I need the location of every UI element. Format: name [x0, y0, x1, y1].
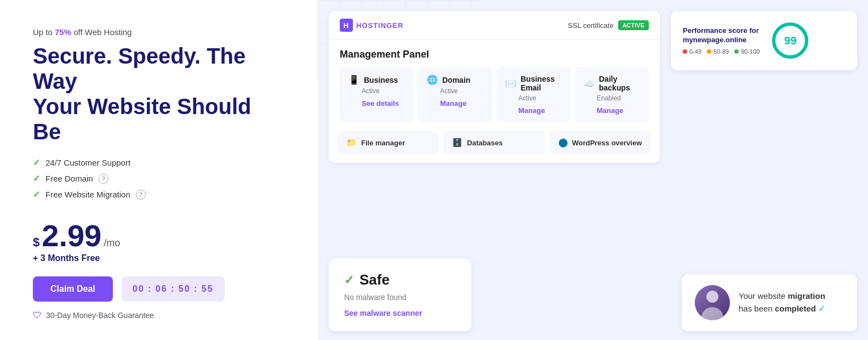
mgmt-services-row: 📱 Business Active See details 🌐 Domain A… [329, 67, 660, 131]
avatar-image [695, 285, 730, 320]
service-header: ☁️ Daily backups [584, 75, 640, 92]
legend-label: 50-89 [713, 48, 729, 55]
safe-card: ✓ Safe No malware found See malware scan… [329, 258, 471, 331]
service-header: 📱 Business [349, 75, 405, 85]
main-headline: Secure. Speedy. The Way Your Website Sho… [33, 43, 285, 144]
safe-subtitle: No malware found [344, 293, 456, 302]
migration-completed-bold: completed [775, 304, 816, 313]
migration-card: Your website migration has been complete… [682, 274, 857, 331]
performance-card: Performance score for mynewpage.online 0… [671, 11, 857, 70]
price-per-month: /mo [104, 237, 120, 249]
migration-text: Your website migration has been complete… [739, 290, 825, 316]
features-list: ✓ 24/7 Customer Support ✓ Free Domain ? … [33, 157, 285, 205]
guarantee-row: 🛡 30-Day Money-Back Guarantee [33, 310, 285, 320]
file-manager-button[interactable]: 📁 File manager [338, 131, 439, 154]
feature-label: Free Domain [45, 174, 93, 183]
perf-title: Performance score for mynewpage.online [683, 26, 760, 45]
promo-highlight: 75% [55, 27, 71, 37]
tool-label: File manager [361, 139, 405, 147]
safe-header: ✓ Safe [344, 271, 456, 288]
legend-item-mid: 50-89 [707, 48, 729, 55]
perf-title-line1: Performance score for [683, 26, 759, 35]
management-card: H HOSTINGER SSL certificate ACTIVE Manag… [329, 11, 660, 163]
domain-icon: 🌐 [427, 75, 438, 85]
service-header: 🌐 Domain [427, 75, 483, 85]
ssl-active-badge: ACTIVE [618, 20, 649, 30]
hostinger-logo: H HOSTINGER [340, 19, 403, 32]
left-panel: Up to 75% off Web Hosting Secure. Speedy… [0, 0, 318, 340]
ssl-badge: SSL certificate ACTIVE [568, 20, 649, 30]
file-manager-icon: 📁 [346, 138, 357, 148]
promo-text: Up to 75% off Web Hosting [33, 27, 285, 37]
wordpress-overview-button[interactable]: ⬤ WordPress overview [550, 131, 651, 154]
dot-yellow [707, 49, 711, 54]
info-icon[interactable]: ? [136, 190, 146, 200]
service-backups: ☁️ Daily backups Enabled Manage [575, 67, 649, 122]
safe-title: Safe [359, 271, 390, 288]
check-icon: ✓ [33, 157, 40, 168]
service-name: Daily backups [599, 75, 640, 92]
mgmt-tools-row: 📁 File manager 🗄️ Databases ⬤ WordPress … [329, 131, 660, 163]
headline-line1: Secure. Speedy. The Way [33, 44, 245, 93]
databases-icon: 🗄️ [452, 138, 462, 148]
malware-scanner-link[interactable]: See malware scanner [344, 309, 422, 318]
service-name: Domain [442, 76, 470, 84]
legend-item-low: 0-49 [683, 48, 701, 55]
migration-text-prefix: Your website [739, 291, 788, 301]
service-link[interactable]: See details [362, 99, 405, 107]
avatar [695, 285, 730, 320]
migration-text-bold: migration [788, 291, 825, 301]
legend-label: 0-49 [689, 48, 701, 55]
mgmt-header: H HOSTINGER SSL certificate ACTIVE [329, 11, 660, 40]
databases-button[interactable]: 🗄️ Databases [443, 131, 545, 154]
legend-item-high: 90-100 [734, 48, 760, 55]
score-number: 99 [784, 35, 796, 47]
perf-text-block: Performance score for mynewpage.online 0… [683, 26, 760, 55]
service-status: Enabled [597, 94, 640, 102]
info-icon[interactable]: ? [99, 174, 108, 184]
legend-label: 90-100 [741, 48, 760, 55]
price-dollar: $ [33, 235, 39, 250]
safe-check-icon: ✓ [344, 273, 354, 287]
backup-icon: ☁️ [584, 78, 595, 89]
promo-suffix: off Web Hosting [71, 27, 132, 37]
migration-text-after: has been [739, 304, 775, 313]
feature-domain: ✓ Free Domain ? [33, 173, 285, 184]
service-business: 📱 Business Active See details [340, 67, 414, 122]
guarantee-text: 30-Day Money-Back Guarantee [46, 311, 154, 320]
service-link[interactable]: Manage [597, 106, 640, 115]
right-panel: Performance score for mynewpage.online 0… [318, 0, 868, 340]
tool-label: Databases [467, 139, 502, 147]
service-link[interactable]: Manage [440, 99, 483, 107]
service-link[interactable]: Manage [518, 106, 562, 115]
service-status: Active [362, 87, 405, 95]
promo-prefix: Up to [33, 27, 55, 37]
dot-red [683, 49, 687, 54]
perf-title-line2: mynewpage.online [683, 36, 746, 44]
feature-label: 24/7 Customer Support [45, 158, 130, 167]
email-icon: ✉️ [505, 78, 516, 89]
wordpress-icon: ⬤ [558, 138, 568, 148]
price-amount: 2.99 [42, 220, 101, 251]
service-name: Business [364, 76, 398, 84]
logo-icon: H [340, 19, 353, 32]
headline-line2: Your Website Should Be [33, 94, 252, 144]
service-name: Business Email [521, 75, 562, 92]
claim-deal-button[interactable]: Claim Deal [33, 276, 113, 302]
dot-green [734, 49, 739, 54]
check-icon: ✓ [33, 189, 40, 200]
free-months-label: + 3 Months Free [33, 253, 285, 263]
performance-score-circle: 99 [770, 21, 810, 60]
tool-label: WordPress overview [572, 139, 642, 147]
cta-row: Claim Deal 00 : 06 : 50 : 55 [33, 276, 285, 302]
ssl-label: SSL certificate [568, 21, 613, 30]
price-row: $ 2.99 /mo [33, 220, 285, 251]
business-icon: 📱 [349, 75, 359, 85]
service-email: ✉️ Business Email Active Manage [496, 67, 570, 122]
logo-text: HOSTINGER [356, 21, 403, 30]
feature-migration: ✓ Free Website Migration ? [33, 189, 285, 200]
mgmt-panel-title: Management Panel [329, 40, 660, 67]
check-icon: ✓ [33, 173, 40, 184]
service-domain: 🌐 Domain Active Manage [418, 67, 492, 122]
feature-support: ✓ 24/7 Customer Support [33, 157, 285, 168]
